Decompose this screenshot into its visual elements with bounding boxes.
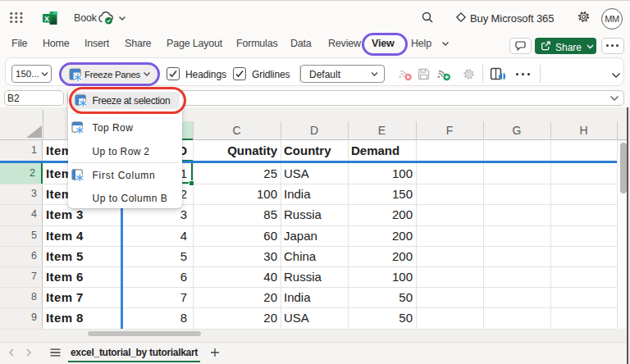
svg-text:X: X	[44, 15, 49, 23]
